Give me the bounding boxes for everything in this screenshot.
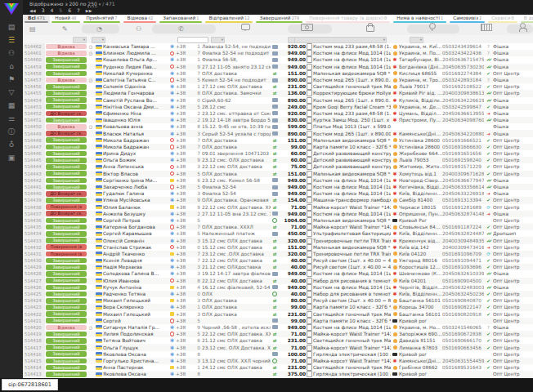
table-row[interactable]: 514430ЗавершенийКсенія Левадня✻+38722.12… [23,257,533,264]
table-row[interactable]: 514434ЗавершенийСергей Карамышев✻+385Нал… [23,230,533,237]
web-icon[interactable]: ♁ [0,139,23,150]
pagination-page[interactable]: 7 [77,7,80,13]
phone-column-icon[interactable]: ✆ [178,24,184,33]
table-row[interactable]: 514422ЗавершенийМихаил Гилецький+383ОЛХ … [23,311,533,318]
table-row[interactable]: 514421ЗавершенийСергей+38599.00Карта пам… [23,318,533,324]
table-row[interactable]: 514417ЗавершенийОльга Глущук✻+38023.12 с… [23,344,533,350]
table-row[interactable]: 514438Повернення (вЮлия Баланюк+38922.12… [23,204,533,211]
client-column-icon[interactable]: ⚇ [136,24,141,33]
tab-Нема в наявності[interactable]: Нема в наявності1 [392,15,448,23]
table-row[interactable]: 514424ЗавершенийМихаил Гилецький+383ОЛХ … [23,297,533,304]
table-row[interactable]: 514445ЗавершенийОльга Божик✻+38923.12 см… [23,157,533,163]
table-row[interactable]: 514413ЗавершенийЯковлева Оксана✻+388⇄375… [23,371,533,377]
address-column-icon[interactable] [429,24,436,33]
table-row[interactable]: 514415ЗавершенийГоргулько Христина…✻+383… [23,358,533,364]
orders-icon[interactable]: ☰ [0,34,23,46]
table-row[interactable]: 514425ЗавершенийРадченко Тетяна✻+380ОЛХ4… [23,291,533,297]
table-row[interactable]: 514460ЗавершенийКошелева Ольга Ар…✻+381Ф… [23,56,533,63]
tab-В дорозі додому[interactable]: В дорозі додому0 [519,15,533,23]
table-row[interactable]: 514450Відмова◷Ковальова анна✻+38815.12. … [23,123,533,130]
tab-Новий[interactable]: Новий48 [50,15,81,23]
dashboard-icon[interactable]: ▤ [0,21,23,33]
table-row[interactable]: 514429ЗавершенийНадія Мерзаєва✻+38321.12… [23,264,533,270]
tab-Відмова[interactable]: Відмова42 [122,15,158,23]
table-row[interactable]: 514427ЗавершенийЮлия Иванова+38822.12 см… [23,278,533,284]
pagination-first-icon[interactable]: ◀◀ [29,8,36,13]
pagination-page[interactable]: 5 [59,7,62,13]
table-row[interactable]: 514426ЗавершенийКучук Антоніна+38416.12 … [23,284,533,291]
range-caret-icon[interactable]: ▾ [99,2,101,7]
table-row[interactable]: 514423ЗавершенийВера Скляренко✻+381ОЛХ д… [23,304,533,310]
table-row[interactable]: 514439ЗавершенийУляна Мусійовська✻+389ОЛ… [23,197,533,203]
table-row[interactable]: 514456ЗавершенийСоломія Сідоніна✻+38127.… [23,83,533,90]
table-row[interactable]: 514440ДО Возврат ск.Гудалюк Галина✻+383Ф… [23,190,533,197]
table-row[interactable]: 514449ДО Возврат ск.Власюк Наталья✻+383С… [23,130,533,136]
table-row[interactable]: 514441ЗавершенийЗахарченко Люба+385Фиалк… [23,184,533,190]
info-icon[interactable]: ⓘ [0,126,23,137]
table-row[interactable]: 514447ЗавершенийМикола Бадражан+387ОЛХ д… [23,144,533,150]
tracking-column-icon[interactable] [481,24,492,33]
tab-Сервіси[interactable]: Сервіси0 [486,15,518,23]
status-column-icon[interactable]: ✎ [62,24,68,33]
app-logo[interactable] [3,2,20,16]
tab-Прийнятий[interactable]: Прийнятий7 [82,15,123,23]
filter-dropdown[interactable]: ▾ [92,37,105,43]
table-row[interactable]: 514432Повернення (вСтаніслав Стрижак+380… [23,244,533,251]
table-row[interactable]: 514453ЗавершенийНікітіна Оксана Дми…✻+38… [23,104,533,110]
table-row[interactable]: 514462Відмова◷Каневська Тамара …✻+381Лав… [23,43,533,50]
table-row[interactable]: 514416ЗавершенийЯковлева Оксана✻+388100.… [23,351,533,358]
table-row[interactable]: 514452ДО Возврат ск.Єфименко Ніна✻+38223… [23,110,533,117]
range-end[interactable]: 250 [87,1,96,7]
phone-filter-input[interactable] [177,37,208,43]
clients-icon[interactable]: ⚇ [0,47,23,59]
table-row[interactable]: 514451ЗавершенийІващенко Юлія✻+38219.12 … [23,117,533,123]
table-row[interactable]: 514420Відмова◷Ситарчук Наталія Гр…✻+389Ч… [23,324,533,331]
table-row[interactable]: 514455ЗавершенийЛюдмила Гончарова✻+388ОЛ… [23,90,533,96]
payment-column-icon[interactable] [301,24,313,33]
table-row[interactable]: 514418ЗавершенийТетяна Войтович✻+38621.1… [23,337,533,344]
table-row[interactable]: 514461Відмова◷Близнюк Людмила …+387Фиалк… [23,50,533,56]
tags-icon[interactable]: ⚑ [0,74,23,85]
tab-Повернення товару (в дорозі)[interactable]: Повернення товару (в дорозі)0 [304,15,392,23]
table-row[interactable]: 514454ЗавершенийСамотій Руслана Во…✻+380… [23,97,533,104]
video-icon[interactable]: ▣ [0,152,23,163]
table-row[interactable]: 514457Відмова◷Салєгіна Татьяна С…+385Кем… [23,77,533,83]
table-row[interactable]: 514442ЗавершенийСергіюнко Ірина Ми…+3862… [23,177,533,184]
product-column-icon[interactable] [366,24,374,33]
table-row[interactable]: 514414ЗавершенийАнна Пастернак+38124.12 … [23,364,533,371]
filter-dropdown[interactable]: ▾ [73,37,87,43]
table-row[interactable]: 514458ЗавершенийНиколай Кучеренко✻+387ОЛ… [23,70,533,77]
table-row[interactable]: 514428ЗавершенийСолодкова Галина В…✻+383… [23,270,533,277]
funnel-icon[interactable]: ▽ [0,87,23,98]
tab-Самовивіз[interactable]: Самовивіз2 [448,15,486,23]
pagination-page[interactable]: 4 [51,7,54,13]
manager-column-icon[interactable] [520,24,526,33]
table-row[interactable]: 514431Повернення (вАндрій Ткаченко+38723… [23,251,533,257]
showing-range[interactable]: Відображено з 200 по 250 ▾ / 471 [29,1,115,7]
comment-column-icon[interactable] [241,24,250,33]
table-row[interactable]: 514419ЗавершенийЛилия Подолинская+38522.… [23,331,533,337]
statistics-icon[interactable]: ▦ [0,100,23,111]
table-row[interactable]: 514436ЗавершенийСергей Петров✻+3851004.0… [23,217,533,224]
company-icon[interactable]: ⌂ [0,60,23,72]
table-row[interactable]: 514433ЗавершенийОлексій Семанін✻+38315.1… [23,237,533,243]
table-row[interactable]: 514444ЗавершенийАнна Липенська+38322.12 … [23,163,533,170]
sip-call-tab[interactable]: sip:0672818601 [2,379,58,390]
source-column-icon[interactable]: ◔ [96,24,102,33]
table-row[interactable]: 514435ЗавершенийКатерина Богданова+387ОЛ… [23,224,533,230]
tab-Відправлений[interactable]: Відправлений12 [204,15,254,23]
filter-dropdown[interactable]: ▾ [211,37,225,43]
pagination-last-icon[interactable]: ▶▶ [86,8,92,13]
table-row[interactable]: 514443ЗавершенийВіктор Власов+385ОЛХ дос… [23,171,533,177]
settings-sliders-icon[interactable]: ⚌ [0,113,23,124]
tab-Завершений[interactable]: Завершений278 [254,15,304,23]
tab-Запакований[interactable]: Запакований1 [158,15,204,23]
table-row[interactable]: 514446ЗавершенийИрина Дидух✻+38709.01 зв… [23,150,533,157]
table-row[interactable]: 514437ДО Возврат ск.Анжела Безушку✻+3822… [23,211,533,217]
filter-dropdown-wide[interactable]: ▾ [294,37,387,43]
pagination-page[interactable]: 6 [68,7,71,13]
table-row[interactable]: 514459ЗавершенийРуденко Лидия Пав…+38927… [23,64,533,70]
table-row[interactable]: 514448ЗавершенийМикола Бадражан+387ОЛХ д… [23,137,533,144]
tab-Всі[interactable]: Всі471 [23,15,50,23]
order-id-column-icon[interactable]: ▤ [29,24,36,33]
